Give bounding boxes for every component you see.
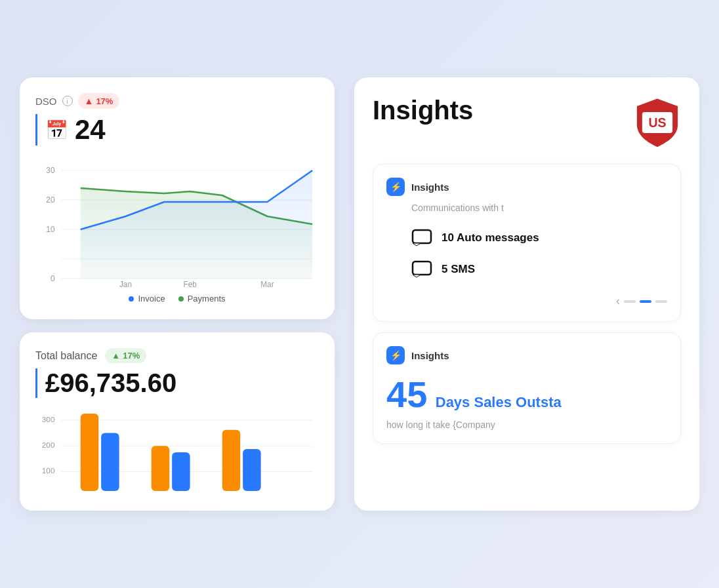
dso-number: 24 [75,114,106,146]
balance-value: £96,735.60 [35,368,319,398]
balance-chart: 300 200 100 [35,410,319,495]
svg-text:100: 100 [42,466,55,475]
payments-dot [178,296,184,302]
insight-card-1: ⚡ Insights Communications with t 10 Auto… [373,164,681,322]
svg-rect-25 [243,449,260,491]
green-arrow-icon: ▲ [112,351,120,361]
svg-rect-20 [81,414,98,491]
auto-messages-stat: 10 Auto messages [386,222,667,254]
svg-rect-23 [172,452,190,491]
insight-card-1-title: Insights [411,182,449,193]
svg-text:Feb: Feb [183,280,197,288]
auto-messages-text: 10 Auto messages [442,231,539,245]
insight-card-2-header: ⚡ Insights [386,346,667,364]
svg-text:Mar: Mar [260,280,274,288]
dso-chart: 30 20 10 0 Jan Feb Mar [35,157,319,288]
dso-label: DSO [35,96,57,107]
dso-badge: ▲ 17% [78,93,120,109]
dso-value: 📅 24 [35,114,319,146]
us-logo: US [634,96,681,148]
svg-text:US: US [648,115,666,130]
svg-rect-22 [152,446,169,491]
insight-card-2-title: Insights [411,350,449,361]
sms-text: 5 SMS [442,263,475,276]
svg-rect-29 [413,262,431,275]
insight-card-1-header: ⚡ Insights [386,178,667,196]
svg-rect-24 [222,430,240,491]
svg-text:0: 0 [51,274,55,283]
insights-title: Insights [373,96,473,125]
chat-bubble-icon-2 [411,259,432,280]
svg-text:30: 30 [46,166,54,175]
svg-text:Jan: Jan [119,280,132,288]
insight-subtitle-1: Communications with t [386,203,667,213]
balance-card: Total balance ▲ 17% £96,735.60 300 200 1… [20,332,335,511]
dso-big-label: Days Sales Outsta [436,394,562,410]
svg-text:20: 20 [46,195,54,205]
lightning-icon-1: ⚡ [390,182,401,192]
balance-header: Total balance ▲ 17% [35,348,319,363]
svg-text:300: 300 [42,415,55,423]
dot-1 [624,300,636,303]
dso-card: DSO i ▲ 17% 📅 24 [20,77,335,319]
chat-bubble-icon-1 [411,227,432,248]
main-container: DSO i ▲ 17% 📅 24 [20,77,699,511]
svg-rect-28 [413,230,431,243]
balance-badge: ▲ 17% [105,348,146,363]
chart-legend: Invoice Payments [35,294,319,304]
balance-number: £96,735.60 [45,368,176,398]
info-icon[interactable]: i [62,96,73,106]
right-panel: Insights US ⚡ Insights Communications wi… [354,77,699,511]
dso-big-number: 45 [386,374,427,415]
svg-text:10: 10 [46,225,54,234]
dot-3 [655,300,667,303]
dso-header: DSO i ▲ 17% [35,93,319,109]
insight-card-2: ⚡ Insights 45 Days Sales Outsta how long… [373,332,681,444]
calendar-icon: 📅 [45,119,68,141]
legend-invoice: Invoice [129,294,165,304]
sms-stat: 5 SMS [386,254,667,285]
up-arrow-icon: ▲ [85,96,94,106]
right-header: Insights US [373,96,681,148]
legend-payments: Payments [178,294,226,304]
invoice-dot [129,296,134,302]
dot-2-active [640,300,651,303]
left-column: DSO i ▲ 17% 📅 24 [20,77,335,511]
svg-marker-13 [81,170,312,279]
prev-arrow[interactable]: ‹ [616,294,620,308]
insight-desc-2: how long it take {Company [386,420,667,430]
svg-rect-21 [101,433,119,491]
lightning-icon-2: ⚡ [390,350,401,361]
svg-text:200: 200 [42,441,55,449]
insight-badge-1: ⚡ [386,178,405,196]
pagination-1: ‹ [386,294,667,308]
insight-badge-2: ⚡ [386,346,405,364]
balance-label: Total balance [35,350,97,362]
